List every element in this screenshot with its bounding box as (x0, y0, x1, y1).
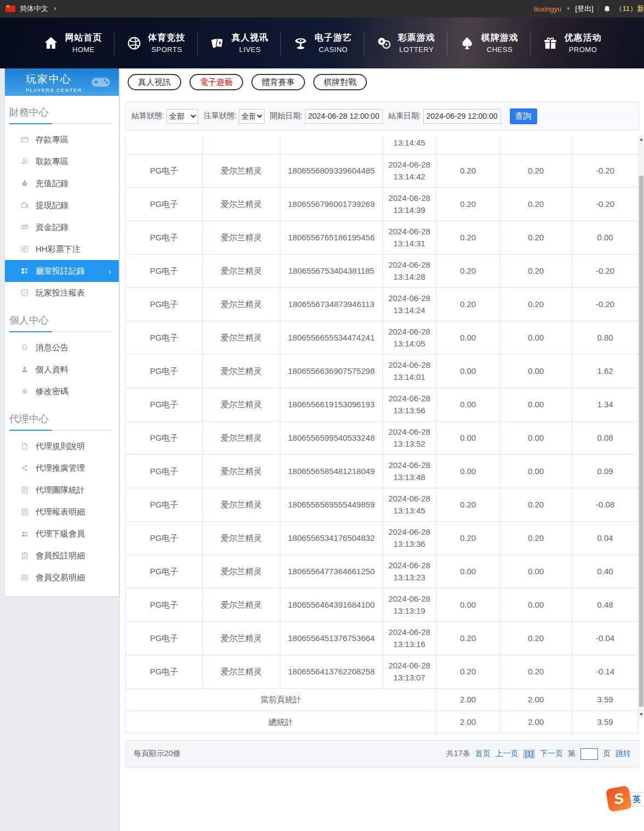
sidebar-item-代理規則說明[interactable]: 代理規則說明 (5, 435, 119, 457)
start-date-input[interactable] (305, 109, 383, 124)
cell-win-loss: -0.04 (572, 622, 639, 655)
sidebar-item-代理團隊統計[interactable]: 代理團隊統計 (5, 479, 119, 501)
cell-platform: PG电子 (126, 488, 203, 522)
nav-item-lives[interactable]: 真人视讯 LIVES (209, 32, 269, 54)
nav-item-promo[interactable]: 优惠活动 PROMO (542, 32, 602, 54)
nav-separator (280, 31, 281, 55)
sidebar-item-label: 提現記錄 (36, 200, 68, 211)
scrollbar-thumb[interactable] (639, 176, 643, 707)
home-icon (43, 35, 59, 51)
cell-time: 2024-06-2813:14:39 (383, 188, 436, 221)
person-icon (20, 365, 29, 374)
tab-真人視訊[interactable]: 真人視訊 (128, 74, 181, 90)
settle-status-select[interactable]: 全部 (166, 109, 198, 124)
cell-bet-id: 1806556451376753664 (280, 622, 383, 655)
sidebar-item-充值記錄[interactable]: 充值記錄 (5, 172, 119, 194)
list-icon (20, 245, 29, 253)
sidebar-item-會員投註明細[interactable]: 會員投註明細 (5, 545, 119, 567)
cell-platform: PG电子 (126, 355, 203, 388)
cell-win-loss: 0.48 (572, 588, 639, 622)
notification-count[interactable]: （11）新消息 (616, 4, 644, 14)
first-page-link[interactable]: 首页 (475, 749, 490, 759)
cell-valid-bet: 0.20 (500, 154, 572, 188)
nav-item-casino[interactable]: 电子游艺 CASINO (292, 32, 352, 54)
table-scrollbar[interactable] (638, 136, 644, 718)
sidebar-item-個人資料[interactable]: 個人資料 (5, 359, 119, 380)
tab-棋牌對戰[interactable]: 棋牌對戰 (313, 74, 367, 90)
end-date-input[interactable] (423, 109, 501, 124)
cell-bet-amount: 0.20 (436, 655, 500, 689)
sidebar-item-label: 代理團隊統計 (36, 485, 85, 495)
scrollbar-up-arrow[interactable] (639, 136, 644, 143)
logout-button[interactable]: [登出] (575, 4, 593, 14)
summary-label: 當前頁統計 (126, 689, 436, 711)
nav-item-home[interactable]: 网站首页 HOME (43, 32, 102, 54)
prev-page-link[interactable]: 上一页 (495, 749, 518, 759)
sidebar-item-消息公告[interactable]: 消息公告 (5, 337, 119, 359)
sidebar-item-玩家投注報表[interactable]: 玩家投注報表 (5, 282, 119, 304)
username[interactable]: liuxingyu (534, 5, 562, 13)
summary-win-loss: 3.59 (572, 711, 639, 734)
gift-icon (542, 35, 559, 51)
nav-label-en: SPORTS (148, 45, 186, 54)
cell-win-loss: -0.08 (572, 488, 639, 522)
nav-item-chess[interactable]: 棋牌游戏 CHESS (459, 32, 519, 54)
cell-game: 爱尔兰精灵 (203, 655, 280, 689)
cell-time: 2024-06-2813:13:07 (383, 655, 436, 689)
topbar: 简体中文 ▼ liuxingyu ▼ [登出] （11）新消息 (0, 0, 644, 18)
nav-item-sports[interactable]: 体育竞技 SPORTS (126, 32, 186, 54)
sidebar-item-廳室投註記錄[interactable]: 廳室投註記錄 › (5, 260, 119, 282)
sidebar-item-存款專區[interactable]: 存款專區 (5, 129, 119, 151)
scrollbar-down-arrow[interactable] (639, 711, 644, 718)
language-selector[interactable]: 简体中文 (20, 4, 48, 14)
table-row: PG电子 爱尔兰精灵 1806556734873946113 2024-06-2… (126, 288, 639, 321)
cell-time: 2024-06-2813:13:45 (383, 488, 436, 522)
cell-bet-amount: 0.20 (436, 154, 500, 188)
table-row-partial: 13:14:45 (126, 136, 639, 154)
page-jump-input[interactable] (580, 748, 598, 760)
cell-bet-amount: 0.20 (436, 221, 500, 255)
china-flag-icon (5, 5, 15, 12)
cell-game: 爱尔兰精灵 (203, 522, 280, 555)
table-row: PG电子 爱尔兰精灵 1806556413762208258 2024-06-2… (126, 655, 639, 689)
cell-time: 2024-06-2813:13:56 (383, 388, 436, 422)
section-underline (9, 331, 112, 332)
cell-platform: PG电子 (126, 288, 203, 321)
sidebar-item-label: 會員交易明細 (36, 573, 85, 583)
sidebar-item-取款專區[interactable]: 取款專區 (5, 151, 119, 172)
sogou-ime-icon[interactable]: S (606, 786, 633, 812)
sidebar-item-HH彩票下注[interactable]: HH彩票下注 (5, 238, 119, 260)
nav-item-lottery[interactable]: 彩票游戏 LOTTERY (376, 32, 435, 54)
search-button[interactable]: 查詢 (510, 108, 537, 124)
notification-bell-icon[interactable] (603, 5, 611, 13)
chart-icon (20, 288, 29, 297)
nav-label-en: LOTTERY (398, 45, 435, 54)
sidebar-item-會員交易明細[interactable]: 會員交易明細 (5, 567, 119, 588)
nav-label-zh: 真人视讯 (232, 32, 269, 44)
sidebar-item-資金記錄[interactable]: 資金記錄 (5, 216, 119, 238)
cell-time: 2024-06-2813:13:52 (383, 422, 436, 455)
tab-體育賽事[interactable]: 體育賽事 (251, 74, 305, 90)
sidebar-item-代理推廣管理[interactable]: 代理推廣管理 (5, 457, 119, 479)
people-icon (20, 529, 29, 538)
cell-valid-bet: 0.00 (500, 588, 572, 622)
cell-game: 爱尔兰精灵 (203, 154, 280, 188)
sidebar-item-代理下級會員[interactable]: 代理下級會員 (5, 523, 119, 545)
sidebar-item-修改密碼[interactable]: 修改密碼 (5, 380, 119, 402)
content-panel: 真人視訊電子遊藝體育賽事棋牌對戰 結算狀態: 全部 注單狀態: 全部 開始日期:… (119, 68, 644, 831)
order-status-select[interactable]: 全部 (239, 109, 264, 124)
ime-mode-indicator[interactable]: 英 (633, 794, 641, 805)
cell-bet-id: 1806556599540533248 (280, 422, 383, 455)
sidebar-item-代理報表明細[interactable]: 代理報表明細 (5, 501, 119, 523)
grid-list-icon (20, 267, 29, 275)
tab-電子遊藝[interactable]: 電子遊藝 (189, 74, 243, 90)
sidebar-item-提現記錄[interactable]: 提現記錄 (5, 194, 119, 216)
jump-button[interactable]: 跳转 (616, 749, 631, 759)
cell-bet-amount: 0.20 (436, 522, 500, 555)
cell-game: 爱尔兰精灵 (203, 488, 280, 522)
cell-win-loss: 0.00 (572, 221, 639, 255)
cell-bet-amount: 0.00 (436, 588, 500, 622)
game-type-tabs: 真人視訊電子遊藝體育賽事棋牌對戰 (128, 74, 367, 90)
next-page-link[interactable]: 下一页 (540, 749, 563, 759)
cell-win-loss: -0.20 (572, 154, 639, 188)
